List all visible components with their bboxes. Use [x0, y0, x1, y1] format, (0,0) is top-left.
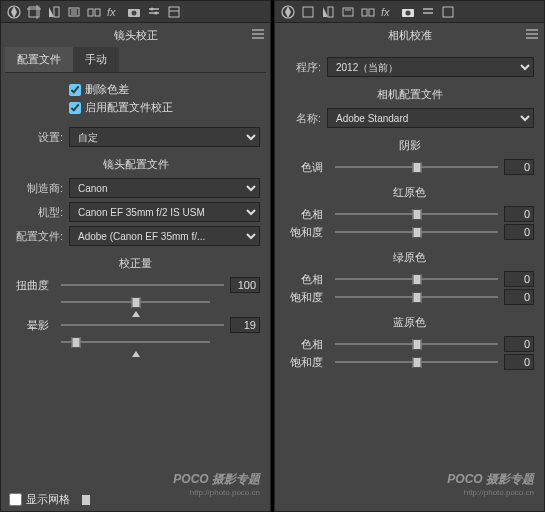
svg-text:fx: fx — [107, 6, 116, 18]
shadow-tint-slider[interactable] — [335, 160, 498, 174]
green-hue-value[interactable]: 0 — [504, 271, 534, 287]
green-section: 绿原色 — [285, 250, 534, 265]
settings-label: 设置: — [11, 130, 63, 145]
svg-point-32 — [406, 10, 411, 15]
maker-select[interactable]: Canon — [69, 178, 260, 198]
red-hue-slider[interactable] — [335, 207, 498, 221]
vignette-value[interactable]: 19 — [230, 317, 260, 333]
camera-icon[interactable] — [401, 5, 415, 19]
camera-calibration-panel: fx 相机校准 程序: 2012（当前） 相机配置文件 名称: Adobe St… — [274, 0, 545, 512]
blue-hue-value[interactable]: 0 — [504, 336, 534, 352]
blue-hue-label: 色相 — [285, 337, 329, 352]
aperture-icon[interactable] — [7, 5, 21, 19]
menu-icon[interactable] — [252, 29, 264, 41]
red-sat-value[interactable]: 0 — [504, 224, 534, 240]
name-label: 名称: — [285, 111, 321, 126]
name-select[interactable]: Adobe Standard — [327, 108, 534, 128]
svg-rect-29 — [369, 9, 374, 16]
presets-icon[interactable] — [441, 5, 455, 19]
right-iconbar: fx — [275, 1, 544, 23]
svg-point-13 — [132, 10, 137, 15]
green-sat-value[interactable]: 0 — [504, 289, 534, 305]
green-sat-slider[interactable] — [335, 290, 498, 304]
lens-profile-section: 镜头配置文件 — [11, 157, 260, 172]
grid-size-thumb[interactable] — [82, 495, 90, 505]
red-section: 红原色 — [285, 185, 534, 200]
svg-point-16 — [151, 7, 154, 10]
svg-rect-26 — [343, 8, 353, 16]
tone-icon[interactable] — [47, 5, 61, 19]
blue-sat-value[interactable]: 0 — [504, 354, 534, 370]
chk-label: 删除色差 — [85, 82, 129, 97]
distortion-track[interactable] — [61, 295, 210, 309]
red-hue-label: 色相 — [285, 207, 329, 222]
sliders-icon[interactable] — [147, 5, 161, 19]
detail-icon[interactable] — [341, 5, 355, 19]
camera-icon[interactable] — [127, 5, 141, 19]
presets-icon[interactable] — [167, 5, 181, 19]
blue-hue-slider[interactable] — [335, 337, 498, 351]
lens-icon[interactable] — [361, 5, 375, 19]
model-label: 机型: — [11, 205, 63, 220]
distortion-value[interactable]: 100 — [230, 277, 260, 293]
distortion-label: 扭曲度 — [11, 278, 55, 293]
svg-rect-10 — [95, 9, 100, 16]
svg-text:fx: fx — [381, 6, 390, 18]
green-hue-slider[interactable] — [335, 272, 498, 286]
svg-rect-18 — [169, 7, 179, 17]
tint-label: 色调 — [285, 160, 329, 175]
crop-icon[interactable] — [27, 5, 41, 19]
green-hue-label: 色相 — [285, 272, 329, 287]
program-label: 程序: — [285, 60, 321, 75]
left-title: 镜头校正 — [1, 23, 270, 47]
detail-icon[interactable] — [67, 5, 81, 19]
chk-label: 启用配置文件校正 — [85, 100, 173, 115]
menu-icon[interactable] — [526, 29, 538, 41]
red-hue-value[interactable]: 0 — [504, 206, 534, 222]
profile-label: 配置文件: — [11, 229, 63, 244]
vignette-track[interactable] — [61, 335, 210, 349]
model-select[interactable]: Canon EF 35mm f/2 IS USM — [69, 202, 260, 222]
svg-point-17 — [155, 11, 158, 14]
blue-sat-label: 饱和度 — [285, 355, 329, 370]
left-content: 删除色差 启用配置文件校正 设置: 自定 镜头配置文件 制造商: Canon 机… — [1, 73, 270, 511]
svg-rect-28 — [362, 9, 367, 16]
red-sat-label: 饱和度 — [285, 225, 329, 240]
svg-rect-24 — [303, 7, 313, 17]
maker-label: 制造商: — [11, 181, 63, 196]
panel-title: 镜头校正 — [114, 28, 158, 43]
fx-icon[interactable]: fx — [107, 5, 121, 19]
svg-rect-4 — [54, 7, 59, 17]
right-title: 相机校准 — [275, 23, 544, 47]
blue-section: 蓝原色 — [285, 315, 534, 330]
remove-ca-checkbox[interactable]: 删除色差 — [69, 82, 260, 97]
crop-icon[interactable] — [301, 5, 315, 19]
panel-title: 相机校准 — [388, 28, 432, 43]
green-sat-label: 饱和度 — [285, 290, 329, 305]
program-select[interactable]: 2012（当前） — [327, 57, 534, 77]
svg-rect-25 — [328, 7, 333, 17]
lens-icon[interactable] — [87, 5, 101, 19]
svg-rect-35 — [443, 7, 453, 17]
vignette-slider[interactable] — [61, 318, 224, 332]
distortion-slider[interactable] — [61, 278, 224, 292]
profile-select[interactable]: Adobe (Canon EF 35mm f/... — [69, 226, 260, 246]
grid-label: 显示网格 — [26, 492, 70, 507]
enable-profile-checkbox[interactable]: 启用配置文件校正 — [69, 100, 260, 115]
tab-profile[interactable]: 配置文件 — [5, 47, 73, 72]
grid-checkbox[interactable] — [9, 493, 22, 506]
tone-icon[interactable] — [321, 5, 335, 19]
fx-icon[interactable]: fx — [381, 5, 395, 19]
camera-profile-section: 相机配置文件 — [285, 87, 534, 102]
blue-sat-slider[interactable] — [335, 355, 498, 369]
red-sat-slider[interactable] — [335, 225, 498, 239]
shadow-section: 阴影 — [285, 138, 534, 153]
tab-manual[interactable]: 手动 — [73, 47, 119, 72]
lens-correction-panel: fx 镜头校正 配置文件 手动 删除色差 启用配置文件校正 设置: 自定 镜头配… — [0, 0, 271, 512]
tabs: 配置文件 手动 — [5, 47, 266, 73]
settings-select[interactable]: 自定 — [69, 127, 260, 147]
shadow-tint-value[interactable]: 0 — [504, 159, 534, 175]
aperture-icon[interactable] — [281, 5, 295, 19]
show-grid[interactable]: 显示网格 — [9, 492, 90, 507]
sliders-icon[interactable] — [421, 5, 435, 19]
